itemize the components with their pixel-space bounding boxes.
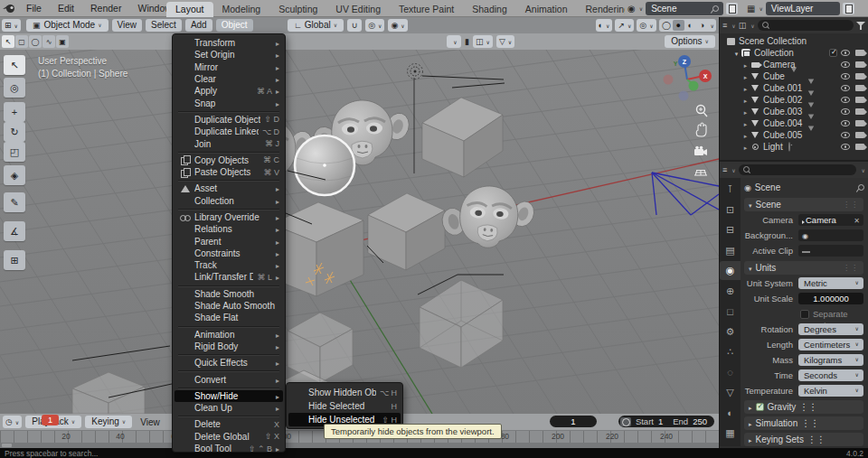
scene-section-header[interactable]: Scene ⋮⋮	[744, 198, 863, 211]
workspace-tab[interactable]: Layout	[166, 2, 213, 17]
3d-viewport-canvas[interactable]: Z X Y	[0, 50, 719, 414]
collapsed-section-header[interactable]: Keying Sets ⋮⋮	[744, 433, 863, 446]
new-viewlayer-button[interactable]	[843, 3, 854, 14]
viewport-menu[interactable]: View	[112, 19, 143, 32]
sphere-object-active[interactable]	[295, 136, 354, 195]
object-menu-item[interactable]: Track	[173, 259, 285, 271]
outliner-display-mode-dropdown[interactable]: ≡∨	[722, 21, 736, 30]
hide-in-viewport-eye-icon[interactable]	[841, 144, 850, 150]
outliner-item-name[interactable]: Light	[763, 142, 783, 152]
use-preview-range-icon[interactable]	[620, 417, 631, 426]
outliner-row[interactable]: Collection	[720, 47, 868, 59]
hide-in-viewport-eye-icon[interactable]	[841, 50, 850, 56]
object-menu-item[interactable]: Duplicate Linked ⌥ D	[173, 126, 285, 137]
viewport-menu[interactable]: Select	[146, 19, 182, 32]
properties-tab[interactable]	[720, 383, 741, 402]
outliner-item-name[interactable]: Cube.002	[763, 95, 802, 105]
property-widget[interactable]: Centimeters	[798, 339, 863, 351]
workspace-tab[interactable]: Texture Paint	[390, 2, 463, 17]
clear-x-icon[interactable]	[854, 215, 860, 225]
workspace-tab[interactable]: Animation	[516, 2, 577, 17]
playhead[interactable]: 1	[42, 415, 59, 425]
property-value[interactable]: Kelvin	[798, 385, 863, 397]
outliner-item-name[interactable]: Cube	[763, 71, 785, 81]
blender-logo-icon[interactable]	[0, 0, 18, 17]
disable-in-renders-camera-icon[interactable]	[855, 73, 864, 79]
shading-options-chevron[interactable]: ∨	[711, 23, 714, 29]
properties-tab[interactable]	[720, 282, 741, 301]
hide-in-viewport-eye-icon[interactable]	[841, 73, 850, 79]
property-value[interactable]: Separate Units	[798, 308, 863, 320]
hide-in-viewport-eye-icon[interactable]	[841, 61, 850, 68]
property-value[interactable]: Metric	[798, 277, 863, 289]
property-value[interactable]: Degrees	[798, 323, 863, 335]
hide-in-viewport-eye-icon[interactable]	[841, 85, 850, 91]
workspace-tab[interactable]: Sculpting	[269, 2, 326, 17]
outliner-row[interactable]: Cube.005	[720, 129, 868, 141]
keying-dropdown[interactable]: Keying∨	[85, 416, 132, 428]
tool-button[interactable]: +	[4, 102, 25, 122]
object-menu-item[interactable]: Animation	[173, 329, 285, 341]
object-menu-item[interactable]: Shade Smooth	[173, 288, 285, 300]
topbar-menu[interactable]: Render	[82, 0, 129, 17]
disable-in-renders-camera-icon[interactable]	[855, 144, 864, 150]
property-widget[interactable]: 1.000000	[798, 293, 863, 304]
properties-options-chevron[interactable]: ∨	[859, 167, 865, 173]
properties-tab[interactable]	[720, 404, 741, 423]
properties-tab[interactable]	[720, 241, 741, 260]
property-widget[interactable]: Seconds	[798, 369, 863, 381]
object-menu-item[interactable]: Quick Effects	[173, 357, 285, 369]
options-button[interactable]: Options∨	[665, 35, 715, 48]
tool-button[interactable]: ◈	[4, 165, 25, 185]
gizmos-dropdown[interactable]: ↗∨	[615, 19, 634, 32]
snap-magnet-toggle[interactable]: ∪	[347, 19, 362, 32]
select-box-button[interactable]: ▢	[15, 35, 28, 48]
property-widget[interactable]: Kilograms	[798, 354, 863, 366]
object-menu-item[interactable]	[173, 386, 285, 390]
properties-tab[interactable]	[720, 342, 741, 361]
outliner-row[interactable]: Cube	[720, 70, 868, 82]
layers-dropdown[interactable]: ◫∨	[473, 35, 493, 48]
disclosure-triangle-icon[interactable]	[741, 107, 750, 117]
object-menu-item[interactable]: Convert	[173, 373, 285, 385]
gravity-checkbox[interactable]	[756, 403, 764, 411]
outliner-row[interactable]: Scene Collection	[720, 35, 868, 47]
select-circle-button[interactable]: ◯	[29, 35, 42, 48]
disable-in-renders-camera-icon[interactable]	[855, 61, 864, 68]
editor-type-button[interactable]: ⊞∨	[2, 19, 21, 32]
properties-editor-type-dropdown[interactable]: ≡∨	[722, 165, 736, 174]
properties-tab[interactable]	[720, 220, 741, 239]
disable-in-renders-camera-icon[interactable]	[855, 50, 864, 56]
property-object-field[interactable]	[798, 229, 863, 241]
properties-tab[interactable]	[720, 180, 741, 199]
object-menu-item[interactable]: Bool Tool ⇧ ⌃ B	[173, 443, 285, 454]
filter-dropdown[interactable]: ▽∨	[496, 35, 514, 48]
hide-in-viewport-eye-icon[interactable]	[841, 97, 850, 103]
hide-in-viewport-eye-icon[interactable]	[841, 108, 850, 115]
gizmo-neg-z-ball[interactable]	[679, 91, 689, 101]
outliner-item-name[interactable]: Cube.001	[763, 83, 802, 93]
mode-dropdown[interactable]: ▣Object Mode∨	[26, 19, 108, 32]
outliner-item-name[interactable]: Cube.005	[763, 130, 802, 140]
workspace-tab[interactable]: Modeling	[213, 2, 270, 17]
select-tweak-button[interactable]: ↖	[2, 35, 14, 48]
disable-in-renders-camera-icon[interactable]	[855, 132, 864, 138]
workspace-tab[interactable]: Shading	[463, 2, 516, 17]
disclosure-triangle-icon[interactable]	[741, 142, 750, 152]
pin-icon[interactable]	[856, 184, 863, 192]
outliner-row[interactable]: Light	[720, 141, 868, 153]
outliner-item-name[interactable]: Scene Collection	[739, 36, 807, 46]
tool-button[interactable]: ◎	[4, 78, 25, 98]
disable-in-renders-camera-icon[interactable]	[855, 97, 864, 103]
start-value[interactable]: 1	[658, 416, 663, 426]
visibility-dropdown[interactable]: ◐∨	[596, 19, 613, 32]
property-object-field[interactable]	[798, 245, 863, 257]
shading-wireframe-button[interactable]: ◯	[661, 20, 673, 31]
disclosure-triangle-icon[interactable]	[741, 130, 750, 140]
select-lasso-button[interactable]: ∿	[42, 35, 55, 48]
disclosure-triangle-icon[interactable]	[741, 118, 750, 128]
shading-rendered-button[interactable]: ◑	[696, 20, 708, 31]
object-menu-item[interactable]: Relations	[173, 223, 285, 235]
object-menu-item[interactable]: Show/Hide	[175, 390, 283, 402]
properties-tab[interactable]	[720, 261, 741, 280]
